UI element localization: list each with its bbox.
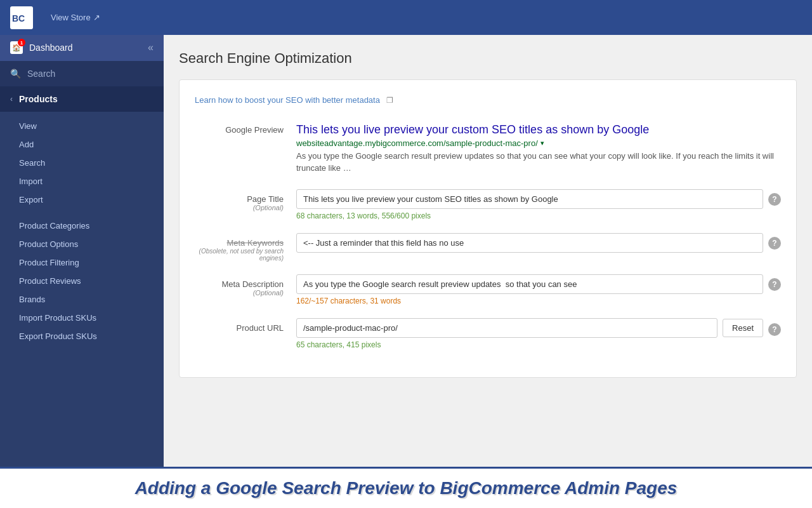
meta-keywords-input[interactable]: [296, 233, 763, 253]
reset-button[interactable]: Reset: [723, 319, 763, 337]
sidebar-search[interactable]: 🔍 Search: [0, 60, 164, 86]
meta-keywords-row: Meta Keywords (Obsolete, not used by sea…: [195, 233, 781, 262]
google-preview-title: This lets you live preview your custom S…: [296, 123, 781, 137]
sidebar-products-section[interactable]: ‹ Products: [0, 86, 164, 112]
url-dropdown-icon[interactable]: ▾: [540, 139, 544, 147]
sidebar-menu: View Add Search Import Export: [0, 112, 164, 214]
page-title-input-row: ?: [296, 189, 781, 209]
meta-keywords-help-icon[interactable]: ?: [768, 237, 781, 250]
sidebar-sub-menu: Product Categories Product Options Produ…: [0, 214, 164, 351]
page-title-row: Page Title (Optional) ? 68 characters, 1…: [195, 189, 781, 220]
page-title-field: ? 68 characters, 13 words, 556/600 pixel…: [296, 189, 781, 220]
seo-link-row: Learn how to boost your SEO with better …: [195, 95, 781, 105]
dashboard-left: 🏠 1 Dashboard: [10, 41, 73, 54]
google-preview-label: Google Preview: [195, 120, 296, 135]
sidebar-item-search[interactable]: Search: [0, 154, 164, 172]
meta-description-label: Meta Description (Optional): [195, 274, 296, 297]
sidebar-dashboard[interactable]: 🏠 1 Dashboard «: [0, 35, 164, 60]
top-nav: BC View Store ↗: [0, 0, 812, 35]
product-url-row: Product URL Reset ? 65 characters, 415 p…: [195, 318, 781, 349]
notification-badge: 1: [18, 39, 25, 46]
meta-description-row: Meta Description (Optional) ? 162/~157 c…: [195, 274, 781, 305]
product-url-help-icon[interactable]: ?: [768, 323, 781, 336]
meta-keywords-field: ?: [296, 233, 781, 253]
sidebar-item-add[interactable]: Add: [0, 135, 164, 154]
meta-description-help-icon[interactable]: ?: [768, 278, 781, 291]
copy-icon: ❐: [386, 96, 393, 105]
main-layout: 🏠 1 Dashboard « 🔍 Search ‹ Products View…: [0, 35, 812, 467]
collapse-icon[interactable]: «: [148, 42, 154, 53]
product-url-label: Product URL: [195, 318, 296, 333]
sidebar-item-view[interactable]: View: [0, 117, 164, 135]
products-section-title: Products: [19, 94, 58, 104]
meta-keywords-label: Meta Keywords (Obsolete, not used by sea…: [195, 233, 296, 262]
seo-boost-link[interactable]: Learn how to boost your SEO with better …: [195, 95, 380, 105]
sidebar-item-product-options[interactable]: Product Options: [0, 235, 164, 253]
view-store-label: View Store: [51, 13, 91, 22]
view-store-link[interactable]: View Store ↗: [51, 13, 100, 22]
meta-description-field: ? 162/~157 characters, 31 words: [296, 274, 781, 305]
meta-description-input[interactable]: [296, 274, 763, 294]
page-title-input[interactable]: [296, 189, 763, 209]
bigcommerce-logo: BC: [10, 6, 33, 29]
product-url-field: Reset ? 65 characters, 415 pixels: [296, 318, 781, 349]
sidebar-item-import-skus[interactable]: Import Product SKUs: [0, 309, 164, 327]
google-preview-url: websiteadvantage.mybigcommerce.com/sampl…: [296, 138, 781, 148]
bottom-banner: Adding a Google Search Preview to BigCom…: [0, 467, 812, 508]
search-icon: 🔍: [10, 69, 21, 79]
page-title: Search Engine Optimization: [179, 50, 797, 67]
product-url-input[interactable]: [296, 318, 717, 338]
page-title-help-icon[interactable]: ?: [768, 193, 781, 206]
seo-card: Learn how to boost your SEO with better …: [179, 79, 797, 378]
dashboard-label: Dashboard: [29, 43, 73, 53]
sidebar-search-label: Search: [27, 69, 55, 79]
sidebar-item-export[interactable]: Export: [0, 190, 164, 209]
page-title-label: Page Title (Optional): [195, 189, 296, 211]
sidebar-item-export-skus[interactable]: Export Product SKUs: [0, 327, 164, 345]
svg-text:BC: BC: [12, 13, 25, 23]
google-preview-url-text: websiteadvantage.mybigcommerce.com/sampl…: [296, 138, 538, 148]
section-arrow-icon: ‹: [10, 95, 13, 104]
meta-description-input-row: ?: [296, 274, 781, 294]
sidebar-item-import[interactable]: Import: [0, 172, 164, 190]
meta-description-hint: 162/~157 characters, 31 words: [296, 297, 781, 305]
dashboard-icon: 🏠 1: [10, 41, 23, 54]
bottom-banner-text: Adding a Google Search Preview to BigCom…: [135, 478, 678, 498]
page-title-hint: 68 characters, 13 words, 556/600 pixels: [296, 211, 781, 220]
content-area: Search Engine Optimization Learn how to …: [164, 35, 812, 467]
product-url-hint: 65 characters, 415 pixels: [296, 340, 781, 349]
google-preview-box: This lets you live preview your custom S…: [296, 120, 781, 177]
sidebar-item-product-filtering[interactable]: Product Filtering: [0, 253, 164, 272]
google-preview-row: Google Preview This lets you live previe…: [195, 120, 781, 177]
sidebar-item-product-categories[interactable]: Product Categories: [0, 217, 164, 235]
sidebar: 🏠 1 Dashboard « 🔍 Search ‹ Products View…: [0, 35, 164, 467]
product-url-input-row: Reset ?: [296, 318, 781, 338]
sidebar-item-brands[interactable]: Brands: [0, 290, 164, 309]
external-link-icon: ↗: [93, 13, 100, 22]
sidebar-item-product-reviews[interactable]: Product Reviews: [0, 272, 164, 290]
logo-area: BC: [10, 6, 33, 29]
google-preview-description: As you type the Google search result pre…: [296, 150, 781, 173]
meta-keywords-input-row: ?: [296, 233, 781, 253]
